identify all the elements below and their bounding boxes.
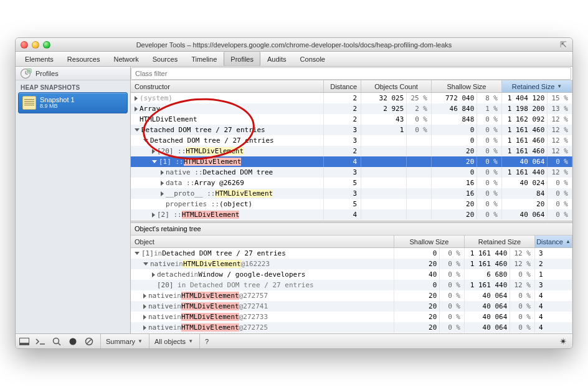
svg-line-7 [59, 343, 61, 345]
th-objects-count[interactable]: Objects Count [361, 80, 432, 92]
svg-point-6 [54, 338, 59, 343]
th-shallow-size[interactable]: Shallow Size [432, 80, 502, 92]
main-panel: Constructor Distance Objects Count Shall… [131, 67, 572, 333]
th-shallow-bottom[interactable]: Shallow Size [394, 236, 465, 247]
view-select[interactable]: Summary▼ [100, 334, 143, 349]
devtools-window: Developer Tools – https://developers.goo… [15, 37, 573, 349]
tab-network[interactable]: Network [107, 52, 145, 66]
panel-toolbar: Elements Resources Network Sources Timel… [16, 52, 572, 67]
retaining-table-header: Object Shallow Size Retained Size Distan… [131, 236, 572, 248]
table-row[interactable]: [1] in Detached DOM tree / 27 entries 00… [131, 248, 572, 259]
snapshot-text: Snapshot 1 8.9 MB [40, 96, 75, 110]
tab-sources[interactable]: Sources [146, 52, 184, 66]
table-row[interactable]: native in HTMLDivElement @272725 200 % 4… [131, 322, 572, 333]
table-row[interactable]: data :: Array @26269 5 160 % 40 0240 % [131, 178, 572, 188]
filter-row [131, 67, 572, 80]
tab-profiles[interactable]: Profiles [224, 52, 260, 66]
table-row[interactable]: native in HTMLDivElement @272757 200 % 4… [131, 290, 572, 301]
table-row[interactable]: Array 2 2 9252 % 46 8401 % 1 198 20013 % [131, 103, 572, 114]
table-row[interactable]: [20] in Detached DOM tree / 27 entries 0… [131, 280, 572, 290]
table-row[interactable]: [1] :: HTMLDivElement 4 200 % 40 0640 % [131, 156, 572, 167]
retaining-table-body[interactable]: [1] in Detached DOM tree / 27 entries 00… [131, 248, 572, 333]
dock-icon[interactable] [19, 337, 29, 346]
table-row[interactable]: (system) 2 32 02525 % 772 0408 % 1 404 1… [131, 93, 572, 103]
sidebar-section-label: HEAP SNAPSHOTS [16, 80, 130, 92]
table-row[interactable]: detached in Window / google-developers 4… [131, 269, 572, 280]
tab-audits[interactable]: Audits [260, 52, 293, 66]
constructors-table-header: Constructor Distance Objects Count Shall… [131, 80, 572, 93]
constructors-table-body[interactable]: (system) 2 32 02525 % 772 0408 % 1 404 1… [131, 93, 572, 221]
table-row[interactable]: HTMLDivElement 2 430 % 8480 % 1 162 0921… [131, 114, 572, 125]
console-icon[interactable] [36, 337, 45, 346]
titlebar: Developer Tools – https://developers.goo… [16, 38, 572, 52]
tab-console[interactable]: Console [293, 52, 332, 66]
tab-elements[interactable]: Elements [18, 52, 60, 66]
table-row[interactable]: properties :: (object) 5 200 % 200 % [131, 199, 572, 209]
th-constructor[interactable]: Constructor [131, 80, 324, 92]
filter-select[interactable]: All objects▼ [149, 334, 193, 349]
svg-rect-4 [20, 343, 29, 345]
table-row[interactable]: Detached DOM tree / 27 entries 3 10 % 00… [131, 125, 572, 135]
clear-icon[interactable] [84, 337, 94, 346]
table-row[interactable]: [2] :: HTMLDivElement 4 200 % 40 0640 % [131, 209, 572, 220]
profiles-sidebar: % Profiles HEAP SNAPSHOTS Snapshot 1 8.9… [16, 67, 131, 333]
th-distance-bottom[interactable]: Distance▲ [535, 236, 572, 247]
zoom-button[interactable] [43, 41, 50, 49]
sidebar-header: % Profiles [16, 67, 130, 80]
th-retained-size[interactable]: Retained Size▼ [502, 80, 572, 92]
table-row[interactable]: native in HTMLDivElement @272741 200 % 4… [131, 301, 572, 312]
table-row[interactable]: __proto__ :: HTMLDivElement 3 160 % 840 … [131, 188, 572, 199]
sort-desc-icon: ▼ [557, 84, 562, 89]
tab-resources[interactable]: Resources [60, 52, 107, 66]
chevron-down-icon: ▼ [188, 338, 193, 344]
search-icon[interactable] [52, 337, 62, 346]
sidebar-title: Profiles [36, 70, 59, 77]
table-row[interactable]: [20] :: HTMLDivElement 2 200 % 1 161 460… [131, 146, 572, 156]
tab-timeline[interactable]: Timeline [184, 52, 224, 66]
content-area: % Profiles HEAP SNAPSHOTS Snapshot 1 8.9… [16, 67, 572, 333]
help-button[interactable]: ? [199, 334, 209, 349]
snapshot-size: 8.9 MB [40, 103, 75, 110]
sort-asc-icon: ▲ [566, 239, 571, 244]
table-row[interactable]: Detached DOM tree / 27 entries 3 00 % 1 … [131, 135, 572, 146]
svg-point-8 [70, 338, 77, 345]
class-filter-input[interactable] [131, 67, 571, 80]
th-distance[interactable]: Distance [324, 80, 361, 92]
snapshot-icon [22, 96, 36, 110]
svg-text:%: % [28, 69, 31, 72]
retaining-tree-label: Object's retaining tree [131, 223, 572, 236]
table-row[interactable]: native in HTMLDivElement @272733 200 % 4… [131, 312, 572, 322]
th-object[interactable]: Object [131, 236, 394, 247]
chevron-down-icon: ▼ [138, 338, 143, 344]
record-icon[interactable] [68, 337, 78, 346]
window-title: Developer Tools – https://developers.goo… [16, 41, 572, 49]
settings-gear-icon[interactable]: ✴ [557, 336, 569, 347]
snapshot-item[interactable]: Snapshot 1 8.9 MB [18, 92, 128, 113]
table-row[interactable]: native in HTMLDivElement @162223 200 % 1… [131, 259, 572, 269]
popout-icon[interactable]: ⇱ [559, 41, 567, 49]
profiles-icon: % [19, 67, 32, 80]
statusbar: Summary▼ All objects▼ ? ✴ [16, 333, 572, 348]
svg-line-10 [87, 339, 92, 343]
minimize-button[interactable] [32, 41, 39, 49]
table-row[interactable]: native :: Detached DOM tree 3 00 % 1 161… [131, 167, 572, 178]
th-retained-bottom[interactable]: Retained Size [465, 236, 535, 247]
close-button[interactable] [21, 41, 28, 49]
